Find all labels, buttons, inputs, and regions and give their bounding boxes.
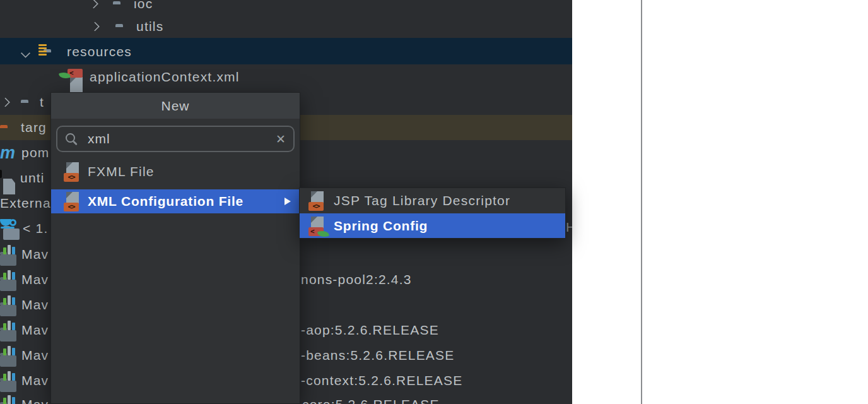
clear-icon[interactable]: ✕ bbox=[276, 132, 286, 146]
tree-item-label: Mav bbox=[21, 247, 49, 262]
search-icon bbox=[65, 133, 78, 145]
tree-item-fragment: -aop:5.2.6.RELEASE bbox=[301, 323, 439, 338]
chevron-right-icon bbox=[1, 97, 11, 107]
tree-item-label: targ bbox=[21, 120, 47, 135]
divider-line bbox=[641, 0, 642, 404]
tree-item-label: Externa bbox=[0, 196, 51, 211]
tree-item-fragment: -context:5.2.6.RELEASE bbox=[301, 373, 462, 388]
popup-search-field[interactable]: ✕ bbox=[56, 126, 295, 152]
tree-item-label: t bbox=[40, 95, 44, 110]
text-fragment: H bbox=[566, 220, 572, 235]
tree-item-label: Mav bbox=[21, 348, 49, 363]
tree-item-utils[interactable]: utils bbox=[0, 14, 572, 39]
menu-item-xml-configuration-file[interactable]: <> XML Configuration File bbox=[51, 189, 300, 213]
popup-title: New bbox=[51, 93, 300, 119]
tree-item-label: Mav bbox=[21, 373, 49, 388]
tree-item-label: Mav bbox=[21, 397, 49, 404]
menu-item-jsp-tag-library-descriptor[interactable]: <> JSP Tag Library Descriptor bbox=[300, 188, 565, 213]
tree-item-label: Mav bbox=[21, 272, 49, 287]
tree-item-label: resources bbox=[67, 44, 132, 59]
tree-item-label: unti bbox=[20, 170, 45, 186]
ide-screenshot: ioc utils resources < applicationContext… bbox=[0, 0, 868, 404]
resources-lines-badge bbox=[38, 44, 47, 56]
xml-file-icon: <> bbox=[64, 192, 81, 211]
tree-item-application-context[interactable]: < applicationContext.xml bbox=[0, 64, 572, 90]
xml-file-icon: <> bbox=[64, 162, 81, 181]
menu-item-spring-config[interactable]: < Spring Config bbox=[300, 213, 565, 238]
new-file-popup: New ✕ <> FXML File <> XML Configuration … bbox=[50, 92, 300, 404]
page-background bbox=[572, 0, 868, 404]
tree-item-fragment: -beans:5.2.6.RELEASE bbox=[301, 348, 454, 363]
search-input[interactable] bbox=[86, 131, 276, 147]
chevron-right-icon bbox=[90, 21, 100, 32]
tree-item-fragment: core:5.2.6.RELEASE bbox=[302, 397, 440, 404]
tree-item-label: utils bbox=[136, 19, 163, 34]
chevron-right-icon bbox=[89, 0, 99, 9]
chevron-down-icon bbox=[21, 48, 31, 58]
tree-item-resources[interactable]: resources bbox=[0, 39, 572, 64]
tree-item-label: applicationContext.xml bbox=[90, 69, 240, 85]
spring-xml-file-icon: < bbox=[308, 217, 326, 235]
menu-item-label: FXML File bbox=[88, 164, 155, 179]
menu-item-label: Spring Config bbox=[334, 218, 428, 234]
tree-item-label: pom bbox=[21, 145, 49, 160]
xml-file-icon: <> bbox=[308, 191, 326, 210]
tree-item-label: Mav bbox=[21, 323, 49, 338]
menu-item-label: JSP Tag Library Descriptor bbox=[334, 193, 510, 208]
tree-item-label: ioc bbox=[134, 0, 153, 11]
menu-item-label: XML Configuration File bbox=[88, 194, 243, 209]
tree-item-fragment: nons-pool2:2.4.3 bbox=[301, 272, 412, 287]
xml-config-submenu: <> JSP Tag Library Descriptor < Spring C… bbox=[299, 187, 566, 239]
maven-m-icon: m bbox=[0, 145, 15, 162]
tree-item-label: Mav bbox=[21, 297, 49, 312]
submenu-arrow-icon bbox=[284, 198, 291, 205]
menu-item-fxml-file[interactable]: <> FXML File bbox=[51, 158, 300, 185]
